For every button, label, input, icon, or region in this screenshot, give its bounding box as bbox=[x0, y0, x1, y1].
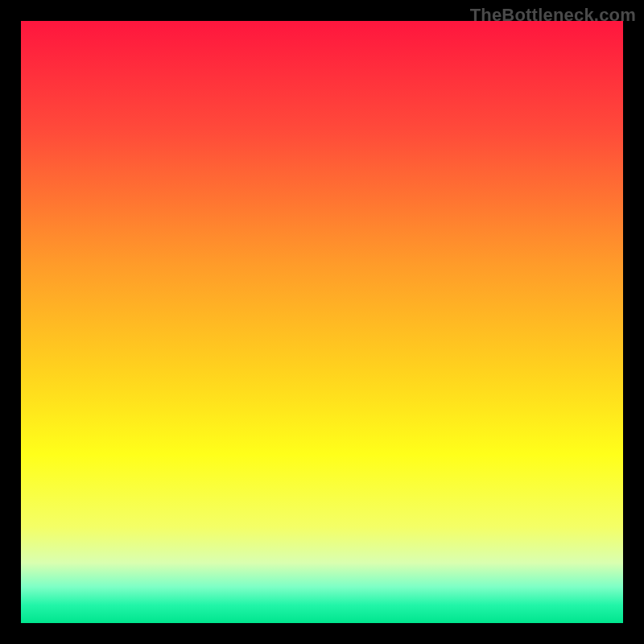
chart-frame: TheBottleneck.com bbox=[0, 0, 644, 644]
watermark-text: TheBottleneck.com bbox=[470, 5, 636, 26]
heat-gradient-background bbox=[21, 21, 623, 623]
plot-area bbox=[21, 21, 623, 623]
